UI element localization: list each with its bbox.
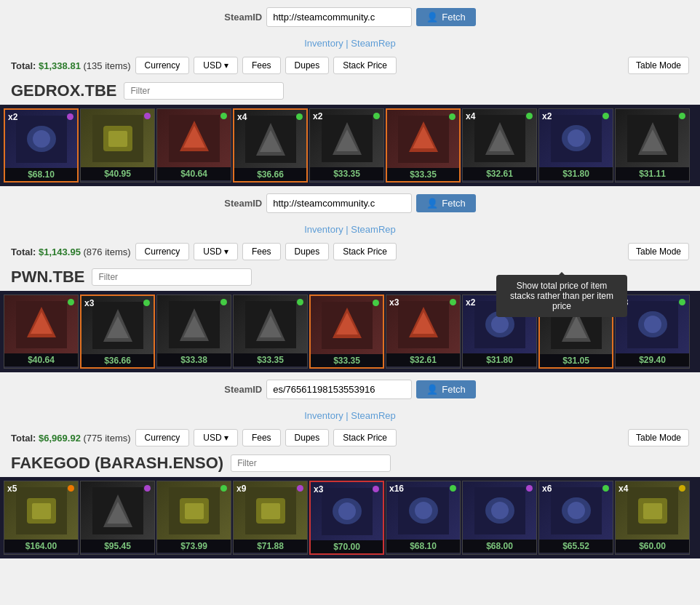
currency-usd-btn-fakegod[interactable]: USD ▾	[194, 429, 238, 446]
currency-btn-pwn[interactable]: Currency	[135, 243, 190, 260]
dupes-btn-gedrox[interactable]: Dupes	[285, 57, 330, 74]
total-label-pwn: Total: $1,143.95 (876 items)	[11, 247, 131, 257]
item-dot	[450, 485, 456, 492]
username-gedrox: GEDROX.TBE	[11, 81, 116, 100]
item-card[interactable]: $68.00	[462, 481, 537, 555]
item-qty: x4	[466, 111, 475, 121]
section-fakegod: SteamID 👤 Fetch Inventory | SteamRep Tot…	[0, 372, 700, 558]
item-image	[81, 481, 154, 540]
item-dot	[602, 113, 609, 119]
fees-btn-fakegod[interactable]: Fees	[242, 429, 281, 446]
filter-input-pwn[interactable]	[92, 268, 252, 286]
item-image	[157, 481, 231, 540]
fetch-button-1[interactable]: 👤 Fetch	[416, 194, 476, 212]
item-card[interactable]: $71.88 x9	[233, 481, 308, 555]
item-price: $33.38	[157, 353, 231, 366]
fetch-button-2[interactable]: 👤 Fetch	[416, 380, 476, 398]
item-price: $164.00	[4, 540, 78, 553]
item-card[interactable]: $33.35	[309, 295, 384, 369]
item-card[interactable]: $164.00 x5	[4, 481, 79, 555]
filter-input-gedrox[interactable]	[124, 82, 284, 100]
top-nav-links: Inventory | SteamRep	[0, 34, 700, 52]
top-fetch-bar: SteamID 👤 Fetch	[0, 0, 700, 34]
item-card[interactable]: $33.35 x2	[309, 108, 384, 183]
item-price: $70.00	[311, 540, 383, 553]
dupes-btn-fakegod[interactable]: Dupes	[285, 429, 330, 446]
currency-usd-btn-gedrox[interactable]: USD ▾	[194, 57, 238, 74]
stack-price-btn-gedrox[interactable]: Stack Price	[333, 57, 397, 74]
item-price: $95.45	[81, 540, 154, 553]
item-card[interactable]: $36.66 x4	[233, 108, 308, 183]
item-card[interactable]: $33.38	[156, 295, 231, 369]
fees-btn-pwn[interactable]: Fees	[242, 243, 281, 260]
srep-link-2[interactable]: SteamRep	[351, 410, 395, 421]
item-qty: x4	[619, 484, 628, 494]
top-fetch-button[interactable]: 👤 Fetch	[416, 8, 476, 26]
item-card[interactable]: $33.35	[386, 108, 461, 183]
item-card[interactable]: $31.80 x2	[538, 108, 613, 183]
person-icon-1: 👤	[426, 198, 438, 209]
item-card[interactable]: $73.99	[156, 481, 231, 555]
item-qty: x2	[313, 111, 322, 121]
total-amount-gedrox: $1,338.81	[39, 60, 81, 71]
item-card[interactable]: $36.66 x3	[80, 295, 155, 369]
item-price: $31.05	[540, 354, 612, 367]
steamid-input[interactable]	[266, 7, 412, 27]
inv-link-1[interactable]: Inventory	[304, 224, 343, 235]
item-price: $40.95	[81, 167, 154, 180]
fetch-bar-pwn: SteamID 👤 Fetch	[0, 186, 700, 220]
svg-point-59	[568, 502, 585, 519]
item-card[interactable]: $60.00 x4	[615, 481, 690, 555]
steamid-input-1[interactable]	[266, 193, 412, 213]
svg-rect-40	[32, 503, 51, 519]
svg-point-53	[415, 502, 432, 519]
item-card[interactable]: $65.52 x6	[538, 481, 613, 555]
table-mode-btn-gedrox[interactable]: Table Mode	[628, 57, 689, 74]
item-qty: x16	[389, 484, 404, 494]
item-card[interactable]: $32.61 x4	[462, 108, 537, 183]
table-mode-btn-pwn[interactable]: Table Mode	[628, 243, 689, 260]
item-dot	[143, 300, 150, 306]
item-price: $68.00	[463, 540, 536, 553]
dupes-btn-pwn[interactable]: Dupes	[285, 243, 330, 260]
inventory-link[interactable]: Inventory	[304, 38, 343, 49]
section-pwn: SteamID 👤 Fetch Inventory | SteamRep Tot…	[0, 186, 700, 372]
item-card[interactable]: $70.00 x3	[309, 481, 384, 555]
srep-link-1[interactable]: SteamRep	[351, 224, 395, 235]
steamid-input-2[interactable]	[266, 380, 412, 399]
item-card[interactable]: $40.95	[80, 108, 155, 183]
item-price: $36.66	[81, 354, 154, 367]
steamrep-link[interactable]: SteamRep	[351, 38, 395, 49]
svg-rect-5	[108, 131, 127, 147]
currency-btn-gedrox[interactable]: Currency	[135, 57, 190, 74]
header-row-gedrox: Total: $1,338.81 (135 items) Currency US…	[0, 52, 700, 79]
item-dot	[373, 486, 379, 492]
item-qty: x6	[542, 484, 552, 494]
stack-price-btn-fakegod[interactable]: Stack Price	[333, 429, 397, 446]
currency-usd-btn-pwn[interactable]: USD ▾	[194, 243, 238, 260]
inv-link-2[interactable]: Inventory	[304, 410, 343, 421]
item-card[interactable]: $68.10 x2	[4, 108, 79, 183]
svg-rect-44	[185, 503, 204, 519]
person-icon-2: 👤	[426, 384, 438, 395]
currency-btn-fakegod[interactable]: Currency	[135, 429, 190, 446]
svg-point-56	[491, 502, 509, 519]
header-row-pwn: Total: $1,143.95 (876 items) Currency US…	[0, 239, 700, 265]
item-card[interactable]: $40.64	[156, 108, 231, 183]
item-card[interactable]: $32.61 x3	[386, 295, 461, 369]
item-dot	[68, 485, 74, 492]
item-card[interactable]: $68.10 x16	[386, 481, 461, 555]
filter-input-fakegod[interactable]	[231, 454, 391, 472]
table-mode-btn-fakegod[interactable]: Table Mode	[628, 429, 689, 446]
item-dot	[297, 485, 303, 492]
item-card[interactable]: $31.11	[615, 108, 690, 183]
item-card[interactable]: $33.35	[233, 295, 308, 369]
item-card[interactable]: $95.45	[80, 481, 155, 555]
nav-links-pwn: Inventory | SteamRep	[0, 220, 700, 239]
item-dot	[220, 113, 227, 119]
item-price: $60.00	[616, 540, 689, 553]
stack-price-btn-pwn[interactable]: Stack Price	[333, 243, 397, 260]
item-price: $36.66	[234, 168, 306, 181]
fees-btn-gedrox[interactable]: Fees	[242, 57, 281, 74]
item-card[interactable]: $40.64	[4, 295, 79, 369]
